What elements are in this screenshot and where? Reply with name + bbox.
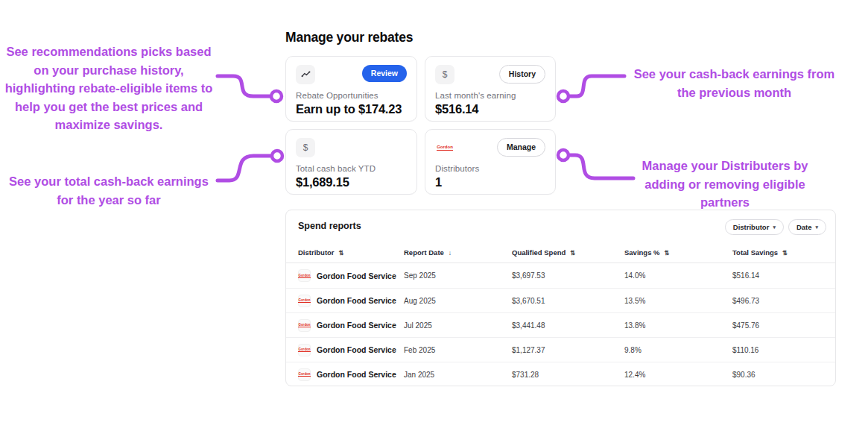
gordon-food-service-logo-icon: Gordon bbox=[435, 138, 454, 157]
distributor-name: Gordon Food Service bbox=[317, 321, 396, 330]
gordon-food-service-logo-icon: Gordon bbox=[298, 368, 311, 381]
savings-pct: 13.8% bbox=[624, 321, 732, 330]
connector-line-left-bottom bbox=[218, 156, 270, 180]
page-title: Manage your rebates bbox=[285, 30, 413, 45]
dollar-icon: $ bbox=[435, 65, 454, 84]
table-header-row: Distributor ⇅ Report Date ↓ Qualified Sp… bbox=[286, 242, 835, 263]
distributor-name: Gordon Food Service bbox=[317, 271, 396, 280]
savings-pct: 13.5% bbox=[624, 297, 732, 305]
annotation-recommendations: See recommendations picks based on your … bbox=[0, 43, 218, 134]
qualified-spend: $3,670.51 bbox=[512, 297, 624, 305]
filter-label: Distributor bbox=[733, 223, 770, 231]
card-label: Last month's earning bbox=[435, 91, 545, 100]
card-distributors: Gordon Manage Distributors 1 bbox=[425, 129, 556, 195]
dollar-icon: $ bbox=[296, 138, 315, 157]
card-total-cash-back-ytd: $ Total cash back YTD $1,689.15 bbox=[285, 129, 417, 195]
gordon-food-service-logo-icon: Gordon bbox=[298, 295, 311, 307]
history-button[interactable]: History bbox=[499, 65, 545, 84]
total-savings: $90.36 bbox=[732, 371, 823, 379]
qualified-spend: $3,441.48 bbox=[512, 321, 624, 330]
connector-line-right-bottom bbox=[570, 155, 633, 178]
savings-pct: 12.4% bbox=[624, 371, 732, 379]
filter-label: Date bbox=[796, 223, 812, 231]
distributor-name: Gordon Food Service bbox=[317, 296, 396, 305]
qualified-spend: $3,697.53 bbox=[512, 271, 624, 280]
report-date: Jan 2025 bbox=[404, 371, 512, 379]
annotation-total-cash-back: See your total cash-back earnings for th… bbox=[0, 172, 218, 209]
table-row[interactable]: Gordon Gordon Food Service Sep 2025 $3,6… bbox=[286, 263, 835, 288]
distributor-name: Gordon Food Service bbox=[317, 370, 396, 379]
spend-reports-panel: Spend reports Distributor ▾ Date ▾ Distr… bbox=[285, 210, 836, 386]
card-value: Earn up to $174.23 bbox=[296, 102, 407, 116]
table-row[interactable]: Gordon Gordon Food Service Jul 2025 $3,4… bbox=[286, 312, 835, 337]
column-header-report-date[interactable]: Report Date ↓ bbox=[404, 248, 512, 257]
manage-button[interactable]: Manage bbox=[497, 138, 545, 157]
sort-icon: ⇅ bbox=[782, 249, 788, 257]
connector-line-right-top bbox=[570, 76, 624, 96]
connector-dot-left-top bbox=[271, 91, 282, 101]
trend-icon bbox=[296, 65, 315, 84]
qualified-spend: $731.28 bbox=[512, 371, 624, 379]
table-row[interactable]: Gordon Gordon Food Service Aug 2025 $3,6… bbox=[286, 288, 835, 312]
column-header-savings-pct[interactable]: Savings % ⇅ bbox=[624, 248, 732, 257]
column-header-total-savings[interactable]: Total Savings ⇅ bbox=[732, 248, 823, 257]
sort-icon: ⇅ bbox=[570, 249, 575, 257]
date-filter-button[interactable]: Date ▾ bbox=[788, 219, 826, 235]
table-row[interactable]: Gordon Gordon Food Service Jan 2025 $731… bbox=[286, 362, 835, 386]
gordon-food-service-logo-icon: Gordon bbox=[298, 344, 311, 356]
report-date: Jul 2025 bbox=[404, 321, 512, 330]
card-label: Rebate Opportunities bbox=[296, 91, 407, 100]
sort-icon: ⇅ bbox=[339, 249, 344, 257]
chevron-down-icon: ▾ bbox=[773, 224, 776, 230]
chevron-down-icon: ▾ bbox=[815, 224, 818, 230]
card-value: $1,689.15 bbox=[296, 175, 407, 189]
sort-icon: ⇅ bbox=[665, 249, 670, 257]
total-savings: $496.73 bbox=[732, 297, 823, 305]
table-row[interactable]: Gordon Gordon Food Service Feb 2025 $1,1… bbox=[286, 337, 835, 362]
sort-desc-icon: ↓ bbox=[449, 249, 452, 257]
distributor-name: Gordon Food Service bbox=[317, 345, 396, 354]
annotation-last-month-earnings: See your cash-back earnings from the pre… bbox=[624, 65, 844, 101]
connector-dot-right-top bbox=[558, 91, 568, 101]
savings-pct: 14.0% bbox=[624, 271, 732, 280]
annotation-manage-distributors: Manage your Distributers by adding or re… bbox=[628, 157, 822, 212]
report-date: Sep 2025 bbox=[404, 271, 512, 280]
total-savings: $110.16 bbox=[732, 346, 823, 354]
spend-reports-title: Spend reports bbox=[298, 219, 361, 231]
column-header-qualified-spend[interactable]: Qualified Spend ⇅ bbox=[512, 248, 624, 257]
card-rebate-opportunities: Review Rebate Opportunities Earn up to $… bbox=[285, 56, 417, 122]
qualified-spend: $1,127.37 bbox=[512, 346, 624, 354]
card-value: 1 bbox=[435, 175, 545, 189]
savings-pct: 9.8% bbox=[624, 346, 732, 354]
distributor-filter-button[interactable]: Distributor ▾ bbox=[725, 219, 784, 235]
review-button[interactable]: Review bbox=[362, 65, 407, 82]
gordon-food-service-logo-icon: Gordon bbox=[298, 319, 311, 332]
connector-dot-left-bottom bbox=[272, 151, 282, 161]
card-label: Total cash back YTD bbox=[296, 164, 407, 173]
report-date: Aug 2025 bbox=[404, 297, 512, 305]
connector-line-left-top bbox=[218, 76, 270, 96]
report-filters: Distributor ▾ Date ▾ bbox=[725, 219, 826, 235]
report-date: Feb 2025 bbox=[404, 346, 512, 354]
card-label: Distributors bbox=[435, 164, 545, 173]
card-value: $516.14 bbox=[435, 102, 545, 116]
total-savings: $475.76 bbox=[732, 321, 823, 330]
total-savings: $516.14 bbox=[732, 271, 823, 280]
column-header-distributor[interactable]: Distributor ⇅ bbox=[298, 248, 404, 257]
card-last-month-earning: $ History Last month's earning $516.14 bbox=[425, 56, 556, 122]
connector-dot-right-bottom bbox=[558, 150, 568, 160]
gordon-food-service-logo-icon: Gordon bbox=[298, 269, 311, 282]
rebates-dashboard: See recommendations picks based on your … bbox=[0, 0, 868, 440]
